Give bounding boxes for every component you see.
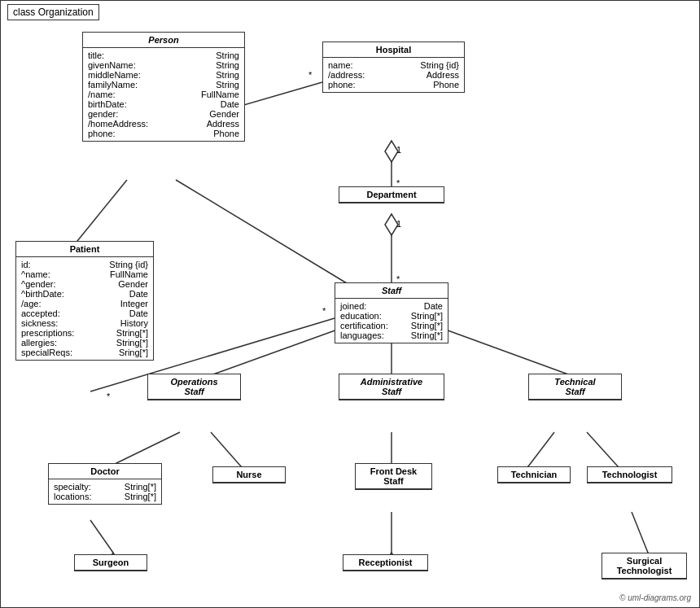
svg-line-35 (632, 512, 648, 553)
technical-staff-header: TechnicalStaff (529, 374, 621, 400)
svg-line-15 (211, 325, 351, 375)
technical-staff-class: TechnicalStaff (528, 374, 622, 400)
patient-header: Patient (16, 242, 153, 257)
diagram-container: class Organization * * 1 * 1 * (0, 0, 700, 608)
svg-marker-8 (385, 214, 398, 235)
administrative-staff-header: AdministrativeStaff (339, 374, 444, 400)
copyright: © uml-diagrams.org (619, 593, 691, 602)
hospital-class: Hospital name:String {id} /address:Addre… (322, 42, 465, 93)
operations-staff-class: OperationsStaff (147, 374, 241, 400)
technologist-class: Technologist (587, 466, 672, 483)
administrative-staff-class: AdministrativeStaff (339, 374, 444, 400)
svg-line-27 (528, 432, 554, 466)
department-class: Department (339, 186, 444, 203)
patient-body: id:String {id} ^name:FullName ^gender:Ge… (16, 257, 153, 360)
doctor-class: Doctor specialty:String[*] locations:Str… (48, 463, 162, 505)
svg-line-29 (587, 432, 618, 466)
patient-class: Patient id:String {id} ^name:FullName ^g… (15, 241, 154, 361)
doctor-body: specialty:String[*] locations:String[*] (49, 479, 161, 504)
svg-text:1: 1 (396, 145, 401, 155)
staff-class: Staff joined:Date education:String[*] ce… (335, 282, 448, 343)
technician-header: Technician (498, 467, 570, 483)
front-desk-staff-header: Front DeskStaff (356, 464, 431, 489)
svg-text:1: 1 (396, 219, 401, 229)
svg-line-21 (113, 432, 180, 465)
person-body: title:String givenName:String middleName… (83, 48, 244, 141)
svg-marker-4 (385, 141, 398, 162)
surgeon-class: Surgeon (74, 554, 147, 571)
svg-line-31 (90, 520, 113, 553)
person-class: Person title:String givenName:String mid… (82, 32, 245, 142)
staff-header: Staff (335, 283, 448, 299)
svg-text:*: * (107, 391, 111, 401)
hospital-body: name:String {id} /address:Address phone:… (323, 58, 464, 92)
doctor-header: Doctor (49, 464, 161, 479)
hospital-header: Hospital (323, 42, 464, 58)
svg-text:*: * (322, 306, 326, 316)
technician-class: Technician (497, 466, 571, 483)
nurse-header: Nurse (213, 467, 285, 483)
svg-line-13 (176, 180, 351, 286)
svg-line-11 (74, 180, 127, 245)
surgeon-header: Surgeon (75, 555, 147, 571)
operations-staff-header: OperationsStaff (148, 374, 240, 400)
staff-body: joined:Date education:String[*] certific… (335, 299, 448, 343)
nurse-class: Nurse (212, 466, 286, 483)
receptionist-class: Receptionist (343, 554, 428, 571)
front-desk-staff-class: Front DeskStaff (355, 463, 432, 490)
person-header: Person (83, 33, 244, 48)
svg-line-23 (211, 432, 241, 466)
surgical-technologist-class: SurgicalTechnologist (602, 553, 687, 580)
receptionist-header: Receptionist (343, 555, 427, 571)
svg-text:*: * (308, 70, 313, 80)
svg-line-19 (432, 325, 571, 375)
technologist-header: Technologist (588, 467, 672, 483)
diagram-title: class Organization (7, 4, 99, 20)
surgical-technologist-header: SurgicalTechnologist (602, 553, 686, 579)
department-header: Department (339, 187, 444, 203)
